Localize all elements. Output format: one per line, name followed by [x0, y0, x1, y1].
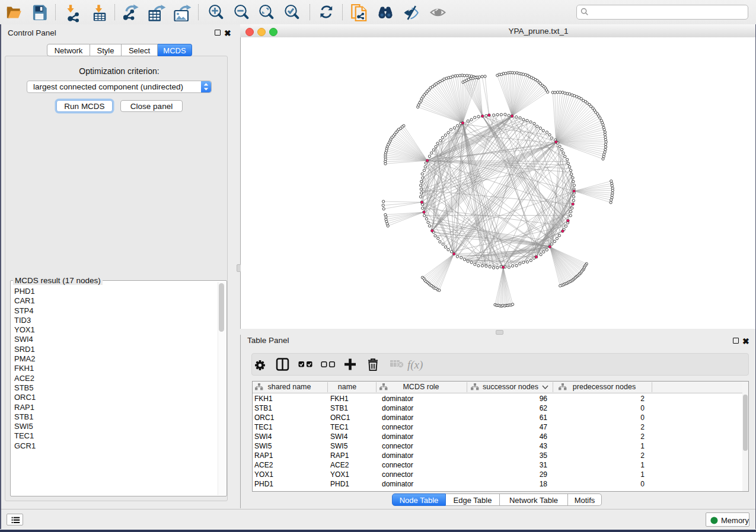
svg-text:f(x): f(x) [407, 358, 423, 371]
